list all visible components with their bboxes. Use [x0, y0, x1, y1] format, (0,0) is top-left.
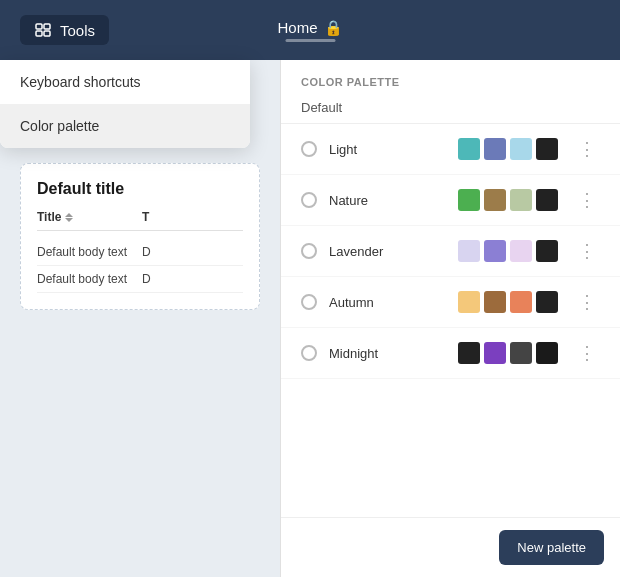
svg-rect-2	[36, 31, 42, 36]
tools-dropdown: Keyboard shortcuts Color palette	[0, 60, 250, 148]
svg-rect-3	[44, 31, 50, 36]
swatch-nature-4	[536, 189, 558, 211]
swatch-midnight-2	[484, 342, 506, 364]
swatch-lavender-2	[484, 240, 506, 262]
row2-col1: Default body text	[37, 272, 138, 286]
swatch-autumn-4	[536, 291, 558, 313]
swatch-nature-3	[510, 189, 532, 211]
palette-list[interactable]: Light ⋮ Nature ⋮	[281, 124, 620, 517]
palette-name-lavender: Lavender	[329, 244, 446, 259]
palette-panel: COLOR PALETTE Default Light ⋮ Nature	[280, 60, 620, 577]
palette-item-light[interactable]: Light ⋮	[281, 124, 620, 175]
palette-radio-midnight[interactable]	[301, 345, 317, 361]
swatch-nature-2	[484, 189, 506, 211]
swatch-light-3	[510, 138, 532, 160]
palette-item-nature[interactable]: Nature ⋮	[281, 175, 620, 226]
lock-icon: 🔒	[324, 19, 343, 37]
palette-radio-autumn[interactable]	[301, 294, 317, 310]
topbar: Tools Home 🔒	[0, 0, 620, 60]
row1-col2: D	[142, 245, 243, 259]
tools-menu-button[interactable]: Tools	[20, 15, 109, 45]
palette-more-nature[interactable]: ⋮	[574, 187, 600, 213]
palette-colors-autumn	[458, 291, 558, 313]
title-underline	[285, 39, 335, 42]
palette-radio-light[interactable]	[301, 141, 317, 157]
svg-rect-1	[44, 24, 50, 29]
palette-name-nature: Nature	[329, 193, 446, 208]
palette-colors-light	[458, 138, 558, 160]
palette-footer: New palette	[281, 517, 620, 577]
menu-item-keyboard-shortcuts[interactable]: Keyboard shortcuts	[0, 60, 250, 104]
table-row: Default body text D	[37, 266, 243, 293]
card-title: Default title	[37, 180, 243, 198]
palette-colors-lavender	[458, 240, 558, 262]
tools-label: Tools	[60, 22, 95, 39]
palette-radio-lavender[interactable]	[301, 243, 317, 259]
table-row: Default body text D	[37, 239, 243, 266]
swatch-midnight-3	[510, 342, 532, 364]
swatch-nature-1	[458, 189, 480, 211]
column-t: T	[142, 210, 243, 224]
palette-more-autumn[interactable]: ⋮	[574, 289, 600, 315]
palette-name-midnight: Midnight	[329, 346, 446, 361]
swatch-light-1	[458, 138, 480, 160]
palette-item-lavender[interactable]: Lavender ⋮	[281, 226, 620, 277]
swatch-midnight-4	[536, 342, 558, 364]
palette-colors-nature	[458, 189, 558, 211]
row1-col1: Default body text	[37, 245, 138, 259]
palette-radio-nature[interactable]	[301, 192, 317, 208]
swatch-autumn-3	[510, 291, 532, 313]
column-title: Title	[37, 210, 138, 224]
palette-name-light: Light	[329, 142, 446, 157]
table-header: Title T	[37, 210, 243, 231]
page-card: Default title Title T Default body text …	[20, 163, 260, 310]
row2-col2: D	[142, 272, 243, 286]
palette-item-midnight[interactable]: Midnight ⋮	[281, 328, 620, 379]
swatch-light-2	[484, 138, 506, 160]
palette-name-autumn: Autumn	[329, 295, 446, 310]
page-title-header: Home 🔒	[277, 19, 342, 42]
new-palette-button[interactable]: New palette	[499, 530, 604, 565]
palette-section-label: COLOR PALETTE	[281, 60, 620, 96]
swatch-lavender-3	[510, 240, 532, 262]
tools-icon	[34, 21, 52, 39]
palette-item-autumn[interactable]: Autumn ⋮	[281, 277, 620, 328]
menu-item-color-palette[interactable]: Color palette	[0, 104, 250, 148]
swatch-midnight-1	[458, 342, 480, 364]
palette-colors-midnight	[458, 342, 558, 364]
swatch-light-4	[536, 138, 558, 160]
swatch-autumn-2	[484, 291, 506, 313]
palette-more-light[interactable]: ⋮	[574, 136, 600, 162]
swatch-autumn-1	[458, 291, 480, 313]
palette-more-midnight[interactable]: ⋮	[574, 340, 600, 366]
svg-rect-0	[36, 24, 42, 29]
home-title: Home	[277, 19, 317, 36]
swatch-lavender-4	[536, 240, 558, 262]
palette-default-label: Default	[281, 96, 620, 124]
palette-more-lavender[interactable]: ⋮	[574, 238, 600, 264]
swatch-lavender-1	[458, 240, 480, 262]
sort-icon	[65, 213, 73, 222]
